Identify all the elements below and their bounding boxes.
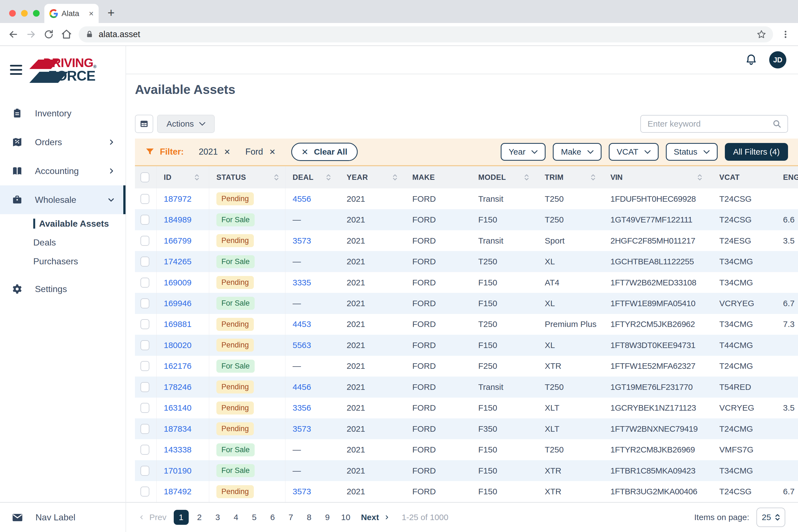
deal-link[interactable]: 4453 <box>292 320 311 329</box>
row-checkbox[interactable] <box>140 403 149 413</box>
maximize-window-button[interactable] <box>33 10 40 17</box>
page-button-5[interactable]: 5 <box>247 510 262 525</box>
browser-menu-icon[interactable] <box>781 30 790 39</box>
page-button-7[interactable]: 7 <box>283 510 299 525</box>
deal-link[interactable]: 3335 <box>292 278 311 287</box>
deal-link[interactable]: 4556 <box>292 194 311 204</box>
id-link[interactable]: 187492 <box>164 487 191 496</box>
column-header-vcat[interactable]: VCAT <box>712 166 776 188</box>
row-checkbox[interactable] <box>140 319 149 329</box>
row-checkbox[interactable] <box>140 215 149 225</box>
row-checkbox[interactable] <box>140 299 149 308</box>
deal-link[interactable]: 3356 <box>292 403 311 413</box>
id-link[interactable]: 170190 <box>164 466 191 475</box>
column-header-engine[interactable]: ENGINE <box>776 166 798 188</box>
sidebar-item-inventory[interactable]: Inventory <box>0 99 126 128</box>
column-header-make[interactable]: MAKE <box>405 166 471 188</box>
remove-chip-icon[interactable]: ✕ <box>224 147 230 156</box>
clear-all-button[interactable]: ✕ Clear All <box>291 143 358 161</box>
avatar[interactable]: JD <box>769 51 786 69</box>
column-header-year[interactable]: YEAR <box>339 166 405 188</box>
forward-icon[interactable] <box>22 25 40 43</box>
sidebar-item-orders[interactable]: Orders <box>0 128 126 156</box>
row-checkbox[interactable] <box>140 256 149 267</box>
filter-dropdown-make[interactable]: Make <box>553 143 601 161</box>
notification-bell-icon[interactable] <box>745 54 758 66</box>
search-icon[interactable] <box>772 119 782 129</box>
page-button-9[interactable]: 9 <box>320 510 335 525</box>
deal-link[interactable]: 4456 <box>292 382 311 392</box>
minimize-window-button[interactable] <box>21 10 28 17</box>
page-button-3[interactable]: 3 <box>210 510 225 525</box>
prev-page-button[interactable]: Prev <box>139 513 167 522</box>
sidebar-item-wholesale[interactable]: Wholesale <box>0 185 126 214</box>
row-checkbox[interactable] <box>140 382 149 392</box>
row-checkbox[interactable] <box>140 424 149 434</box>
new-tab-button[interactable]: + <box>108 7 115 18</box>
row-checkbox[interactable] <box>140 278 149 288</box>
hamburger-menu-icon[interactable] <box>10 65 22 75</box>
page-button-1[interactable]: 1 <box>174 510 189 525</box>
id-link[interactable]: 180020 <box>164 341 191 350</box>
home-icon[interactable] <box>58 25 75 43</box>
deal-link[interactable]: 5563 <box>292 341 311 350</box>
row-checkbox[interactable] <box>140 445 149 455</box>
back-icon[interactable] <box>4 25 22 43</box>
page-button-8[interactable]: 8 <box>302 510 317 525</box>
column-header-id[interactable]: ID <box>156 166 209 188</box>
items-per-page-select[interactable]: 25 <box>757 508 785 527</box>
reload-icon[interactable] <box>40 25 58 43</box>
row-checkbox[interactable] <box>140 340 149 350</box>
id-link[interactable]: 143338 <box>164 445 191 454</box>
filter-dropdown-status[interactable]: Status <box>666 143 718 161</box>
browser-tab[interactable]: Alata × <box>44 4 99 23</box>
column-header-trim[interactable]: TRIM <box>537 166 603 188</box>
search-input[interactable] <box>648 119 772 129</box>
id-link[interactable]: 178246 <box>164 382 191 392</box>
bookmark-star-icon[interactable] <box>757 30 766 39</box>
row-checkbox[interactable] <box>140 236 149 246</box>
next-page-button[interactable]: Next <box>361 513 390 522</box>
deal-link[interactable]: 3573 <box>292 424 311 434</box>
sidebar-item-accounting[interactable]: Accounting <box>0 156 126 185</box>
id-link[interactable]: 174265 <box>164 257 191 266</box>
page-button-6[interactable]: 6 <box>265 510 280 525</box>
sidebar-footer-nav[interactable]: Nav Label <box>0 502 126 532</box>
sidebar-item-available-assets[interactable]: Available Assets <box>33 214 126 233</box>
row-checkbox[interactable] <box>140 194 149 204</box>
id-link[interactable]: 187834 <box>164 424 191 434</box>
id-link[interactable]: 169009 <box>164 278 191 287</box>
deal-link[interactable]: 3573 <box>292 487 311 496</box>
filter-dropdown-year[interactable]: Year <box>501 143 546 161</box>
row-checkbox[interactable] <box>140 487 149 496</box>
window-controls[interactable] <box>9 10 40 17</box>
column-header-deal[interactable]: DEAL <box>285 166 339 188</box>
id-link[interactable]: 187972 <box>164 194 191 204</box>
id-link[interactable]: 169881 <box>164 320 191 329</box>
page-button-10[interactable]: 10 <box>338 510 353 525</box>
row-checkbox[interactable] <box>140 466 149 476</box>
remove-chip-icon[interactable]: ✕ <box>269 147 276 156</box>
filter-dropdown-vcat[interactable]: VCAT <box>609 143 659 161</box>
id-link[interactable]: 163140 <box>164 403 191 413</box>
id-link[interactable]: 169946 <box>164 299 191 308</box>
column-header-status[interactable]: STATUS <box>209 166 285 188</box>
actions-button[interactable]: Actions <box>157 115 215 133</box>
id-link[interactable]: 166799 <box>164 236 191 246</box>
row-checkbox[interactable] <box>140 361 149 371</box>
address-bar[interactable]: alata.asset <box>79 26 773 42</box>
column-header-vin[interactable]: VIN <box>603 166 712 188</box>
select-all-checkbox[interactable] <box>140 172 149 182</box>
column-header-model[interactable]: MODEL <box>471 166 537 188</box>
close-window-button[interactable] <box>9 10 16 17</box>
table-view-button[interactable] <box>135 115 153 133</box>
id-link[interactable]: 184989 <box>164 215 191 225</box>
page-button-2[interactable]: 2 <box>192 510 207 525</box>
all-filters-button[interactable]: All Filters (4) <box>725 143 788 161</box>
tab-close-icon[interactable]: × <box>89 10 94 18</box>
sidebar-item-settings[interactable]: Settings <box>0 274 126 303</box>
sidebar-item-purchasers[interactable]: Purchasers <box>33 252 126 271</box>
sidebar-item-deals[interactable]: Deals <box>33 233 126 252</box>
keyword-search[interactable] <box>640 115 788 133</box>
page-button-4[interactable]: 4 <box>229 510 244 525</box>
